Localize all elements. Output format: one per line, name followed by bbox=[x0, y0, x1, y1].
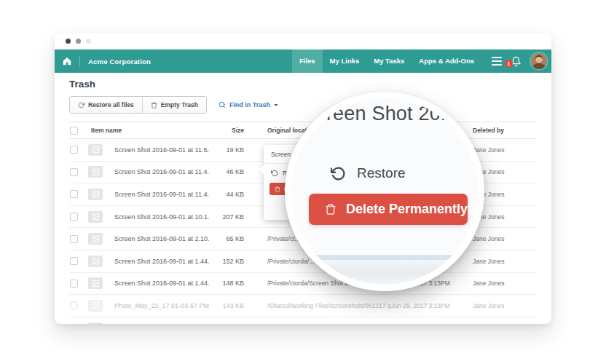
row-checkbox[interactable] bbox=[70, 280, 78, 288]
notifications-bell-icon[interactable]: 1 bbox=[511, 56, 522, 67]
window-control-dot[interactable] bbox=[66, 39, 71, 44]
file-size: 65 KB bbox=[209, 235, 253, 242]
row-checkbox[interactable] bbox=[70, 257, 78, 265]
header-size[interactable]: Size bbox=[209, 127, 253, 134]
file-size: 152 KB bbox=[209, 258, 253, 265]
magnified-delete-permanently-button[interactable]: Delete Permanently bbox=[309, 194, 468, 225]
file-size: 46 KB bbox=[209, 168, 253, 175]
restore-icon bbox=[271, 170, 278, 177]
image-thumbnail bbox=[88, 189, 103, 200]
table-row[interactable]: Screen Shot 2016-09-01 at 1.44... 152 KB… bbox=[69, 250, 537, 273]
nav-tab-files[interactable]: Files bbox=[292, 50, 323, 73]
image-thumbnail bbox=[88, 323, 103, 324]
file-size: 19 KB bbox=[209, 146, 253, 154]
file-name: Screen Shot 2016-09-01 at 2.10... bbox=[114, 235, 209, 242]
window-control-dot[interactable] bbox=[86, 39, 91, 44]
image-thumbnail bbox=[88, 300, 103, 312]
company-name: Acme Corporation bbox=[88, 58, 151, 66]
nav-tab-my-links[interactable]: My Links bbox=[323, 50, 367, 73]
magnified-popup-edge bbox=[291, 255, 478, 260]
row-checkbox[interactable] bbox=[70, 301, 78, 309]
page-title: Trash bbox=[69, 79, 537, 90]
home-icon[interactable] bbox=[55, 56, 79, 66]
deleted-by: Jane Jones bbox=[465, 280, 537, 287]
user-avatar[interactable] bbox=[531, 53, 547, 69]
row-checkbox[interactable] bbox=[70, 235, 78, 243]
topbar-divider bbox=[79, 56, 80, 67]
restore-icon bbox=[331, 166, 346, 181]
select-all-checkbox[interactable] bbox=[70, 127, 78, 135]
file-size: 44 KB bbox=[209, 191, 253, 198]
row-checkbox[interactable] bbox=[70, 213, 78, 221]
deleted-by: Jane Jones bbox=[465, 235, 537, 242]
image-thumbnail bbox=[88, 144, 103, 156]
magnified-restore-button[interactable]: Restore bbox=[331, 165, 406, 181]
caret-down-icon bbox=[274, 104, 278, 108]
search-icon bbox=[219, 101, 226, 108]
notification-count-badge: 1 bbox=[505, 60, 513, 68]
deleted-by: Jane Jones bbox=[465, 302, 537, 309]
header-item-name[interactable]: Item name bbox=[88, 127, 209, 134]
table-row[interactable]: Photo_May_22_17 01-03-57 PM.pn... 143 KB… bbox=[69, 295, 537, 317]
image-thumbnail bbox=[88, 166, 103, 178]
file-name: Photo_May_22_17 01-03-57 PM.pn... bbox=[114, 302, 209, 309]
image-thumbnail bbox=[88, 256, 103, 267]
nav-tab-my-tasks[interactable]: My Tasks bbox=[366, 50, 412, 73]
table-row[interactable]: Screen Shot 2016-09-01 at 1.44... 148 KB… bbox=[69, 273, 537, 296]
trash-icon bbox=[325, 202, 337, 216]
row-checkbox[interactable] bbox=[70, 146, 78, 154]
file-size: 207 KB bbox=[209, 213, 253, 221]
refresh-icon bbox=[78, 102, 84, 108]
file-name: Screen Shot 2016-09-01 at 11.4... bbox=[114, 168, 209, 175]
file-size: 148 KB bbox=[209, 280, 253, 287]
trash-icon bbox=[275, 186, 280, 192]
row-checkbox[interactable] bbox=[70, 168, 78, 176]
table-row-partial[interactable] bbox=[69, 317, 537, 324]
magnifier-circle: Screen Shot 2016 Restore Delete Permanen… bbox=[285, 92, 484, 291]
file-name: Screen Shot 2016-09-01 at 10.1... bbox=[114, 213, 209, 221]
original-location: /Shared/Working Files/screenshots/061217… bbox=[253, 302, 391, 309]
trash-icon bbox=[151, 102, 157, 108]
popup-arrow bbox=[259, 165, 264, 174]
deleted-by: Jane Jones bbox=[465, 258, 537, 265]
page-background: Acme Corporation Files My Links My Tasks… bbox=[0, 0, 606, 364]
image-thumbnail bbox=[88, 211, 103, 223]
header-deleted-by[interactable]: Deleted by bbox=[465, 127, 537, 134]
file-name: Screen Shot 2016-09-01 at 1.44... bbox=[114, 280, 209, 287]
image-thumbnail bbox=[88, 277, 103, 289]
deleted-date: Jun 29, 2017 3:13PM bbox=[391, 302, 465, 309]
file-name: Screen Shot 2016-09-01 at 11.4... bbox=[114, 191, 209, 198]
hamburger-menu-icon[interactable] bbox=[492, 57, 502, 66]
window-control-dot[interactable] bbox=[76, 39, 81, 44]
row-checkbox[interactable] bbox=[70, 190, 78, 198]
window-titlebar bbox=[55, 33, 551, 50]
primary-nav: Files My Links My Tasks Apps & Add-Ons 1 bbox=[292, 50, 551, 73]
file-name: Screen Shot 2016-09-01 at 1.44... bbox=[114, 258, 209, 265]
image-thumbnail bbox=[88, 233, 103, 245]
file-name: Screen Shot 2016-09-01 at 11.5... bbox=[114, 146, 209, 154]
find-in-trash-link[interactable]: Find in Trash bbox=[219, 101, 278, 108]
toolbar-button-group: Restore all files Empty Trash bbox=[69, 96, 207, 114]
trash-toolbar: Restore all files Empty Trash Find in Tr… bbox=[69, 96, 537, 114]
file-size: 143 KB bbox=[209, 302, 253, 309]
top-navigation-bar: Acme Corporation Files My Links My Tasks… bbox=[55, 50, 551, 73]
restore-all-files-button[interactable]: Restore all files bbox=[70, 97, 142, 113]
empty-trash-button[interactable]: Empty Trash bbox=[142, 97, 206, 113]
nav-tab-apps-addons[interactable]: Apps & Add-Ons bbox=[412, 50, 481, 73]
